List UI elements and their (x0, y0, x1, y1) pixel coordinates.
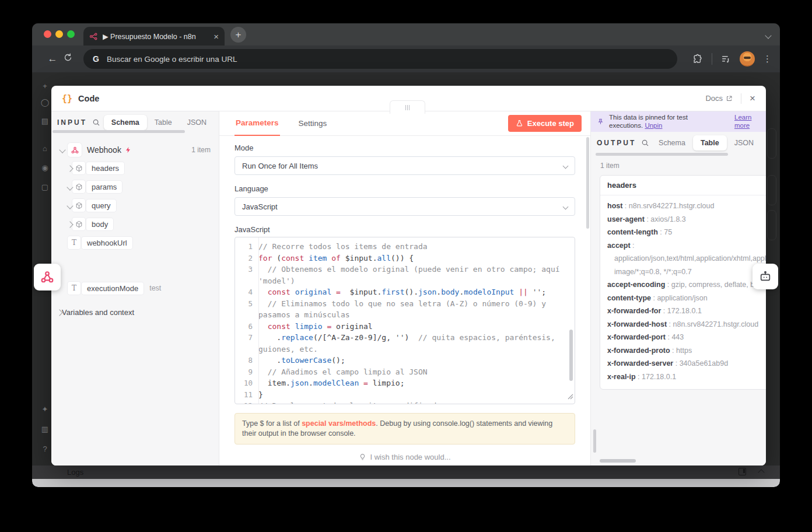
code-line-7[interactable]: 7 .replace(/[^A-Za-z0-9]/g, '') // quita… (235, 332, 575, 355)
help-icon[interactable]: ? (39, 444, 51, 453)
code-line-6[interactable]: 6 const limpio = original (235, 321, 575, 332)
mode-select[interactable]: Run Once for All Items (235, 156, 575, 175)
tab-settings[interactable]: Settings (298, 119, 328, 135)
code-line-4[interactable]: 4 const original = $input.first().json.b… (235, 286, 575, 298)
chevron-down-icon (563, 204, 569, 209)
code-editor[interactable]: 1// Recorre todos los items de entrada2f… (235, 237, 575, 404)
maximize-window-button[interactable] (67, 30, 75, 38)
browser-tab[interactable]: ▶ Presupuesto Modelo - n8n × (83, 27, 225, 46)
code-line-content: .replace(/[^A-Za-z0-9]/g, '') // quita e… (258, 332, 575, 355)
output-row-accept-encoding: accept-encoding : gzip, compress, deflat… (607, 278, 766, 292)
output-tab-table[interactable]: Table (693, 135, 727, 150)
docs-link[interactable]: Docs (705, 94, 733, 103)
minimize-window-button[interactable] (55, 30, 63, 38)
line-number: 11 (235, 389, 258, 401)
wish-node-link[interactable]: I wish this node would... (219, 453, 590, 461)
chevron-right-icon[interactable] (68, 219, 72, 229)
schema-item-query[interactable]: query (51, 196, 219, 215)
line-number: 12 (235, 400, 258, 404)
lightbulb-icon (359, 453, 366, 461)
address-bar[interactable]: G Buscar en Google o escribir una URL (83, 49, 677, 69)
extensions-icon[interactable] (692, 54, 704, 65)
input-tab-json[interactable]: JSON (180, 115, 214, 130)
output-vertical-scrollbar[interactable] (593, 429, 596, 453)
user-icon[interactable]: ◉ (39, 163, 51, 172)
input-item-count: 1 item (191, 146, 211, 154)
browser-menu-icon[interactable]: ⋮ (763, 54, 772, 64)
output-tab-json[interactable]: JSON (727, 135, 761, 150)
code-line-2[interactable]: 2for (const item of $input.all()) { (235, 253, 575, 264)
tab-parameters[interactable]: Parameters (235, 118, 280, 136)
special-vars-link[interactable]: special vars/methods (302, 419, 376, 428)
code-node-dialog: {} Code Docs × (51, 86, 766, 466)
chevron-up-icon[interactable] (758, 469, 764, 475)
schema-item-executionMode[interactable]: TexecutionModetest (51, 279, 219, 298)
line-number: 1 (235, 241, 258, 253)
code-line-5[interactable]: 5 // Eliminamos todo lo que no sea letra… (235, 298, 575, 321)
panel-resize-handle[interactable] (390, 100, 425, 114)
code-line-12[interactable]: 12// Devolvemos todos los items modifica… (235, 400, 575, 404)
chevron-down-icon[interactable] (57, 148, 68, 152)
assistant-float-button[interactable] (752, 264, 778, 289)
chevron-down-icon[interactable] (68, 181, 72, 192)
output-bottom-scrollbar[interactable] (600, 459, 636, 463)
parameters-scrollbar[interactable] (586, 137, 589, 229)
close-dialog-icon[interactable]: × (750, 93, 755, 103)
tab-search-chevron-icon[interactable] (766, 30, 771, 40)
execute-step-button[interactable]: Execute step (508, 115, 582, 132)
editor-hint: Type $ for a list of special vars/method… (235, 413, 575, 444)
code-line-3[interactable]: 3 // Obtenemos el modelo original (puede… (235, 264, 575, 286)
editor-scrollbar[interactable] (569, 330, 573, 381)
code-line-9[interactable]: 9 // Añadimos el campo limpio al JSON (235, 366, 575, 378)
close-window-button[interactable] (44, 30, 51, 38)
schema-item-webhookUrl[interactable]: TwebhookUrl (51, 233, 219, 252)
code-line-content: // Eliminamos todo lo que no sea letra (… (258, 298, 575, 321)
input-panel-title: INPUT (57, 118, 87, 127)
output-search-icon[interactable] (641, 139, 649, 147)
input-node-float-icon[interactable] (34, 264, 61, 290)
new-tab-button[interactable]: + (230, 27, 246, 43)
language-select[interactable]: JavaScript (235, 197, 575, 216)
close-tab-icon[interactable]: × (214, 32, 219, 41)
open-panel-icon[interactable] (738, 468, 746, 475)
editor-resize-grip-icon[interactable] (568, 391, 573, 403)
chevron-right-icon[interactable] (68, 163, 72, 173)
webhook-node-icon (68, 143, 82, 157)
logs-panel-edge (32, 479, 780, 487)
home-icon[interactable]: ⌂ (39, 144, 51, 153)
panel-icon[interactable]: ▤ (39, 117, 51, 125)
output-row-x-forwarded-port: x-forwarded-port : 443 (607, 331, 766, 344)
code-line-8[interactable]: 8 .toLowerCase(); (235, 355, 575, 366)
profile-avatar[interactable] (740, 51, 755, 66)
browser-titlebar: ▶ Presupuesto Modelo - n8n × + (32, 23, 780, 46)
line-number: 8 (235, 355, 258, 366)
chart-icon[interactable]: ▥ (39, 425, 51, 433)
circle-icon[interactable]: ◯ (39, 98, 51, 107)
chevron-right-icon (57, 308, 62, 317)
code-line-1[interactable]: 1// Recorre todos los items de entrada (235, 241, 575, 253)
back-icon[interactable]: ← (45, 53, 60, 65)
card-icon[interactable]: ▢ (39, 183, 51, 191)
learn-more-link[interactable]: Learn more (734, 114, 760, 130)
output-horizontal-scrollbar[interactable] (596, 153, 728, 156)
output-tab-schema[interactable]: Schema (651, 135, 693, 150)
schema-item-params[interactable]: params (51, 177, 219, 196)
chevron-down-icon[interactable] (68, 200, 72, 211)
code-line-11[interactable]: 11} (235, 389, 575, 401)
schema-node-webhook[interactable]: Webhook 1 item (51, 141, 219, 159)
code-line-10[interactable]: 10 item.json.modelClean = limpio; (235, 377, 575, 389)
logs-label[interactable]: Logs (67, 468, 83, 477)
input-search-icon[interactable] (92, 118, 100, 127)
input-tab-schema[interactable]: Schema (104, 115, 147, 130)
unpin-link[interactable]: Unpin (645, 122, 662, 129)
reading-list-icon[interactable] (720, 54, 732, 65)
plus-icon[interactable]: + (39, 82, 51, 90)
input-horizontal-scrollbar[interactable] (52, 130, 185, 133)
input-tab-table[interactable]: Table (147, 115, 180, 130)
sparkle-icon[interactable]: ✦ (39, 405, 51, 414)
reload-icon[interactable] (60, 53, 75, 65)
variables-and-context-item[interactable]: Variables and context (51, 303, 219, 321)
schema-item-headers[interactable]: headers (51, 159, 219, 177)
schema-item-body[interactable]: body (51, 215, 219, 233)
output-row-x-real-ip: x-real-ip : 172.18.0.1 (607, 370, 766, 384)
